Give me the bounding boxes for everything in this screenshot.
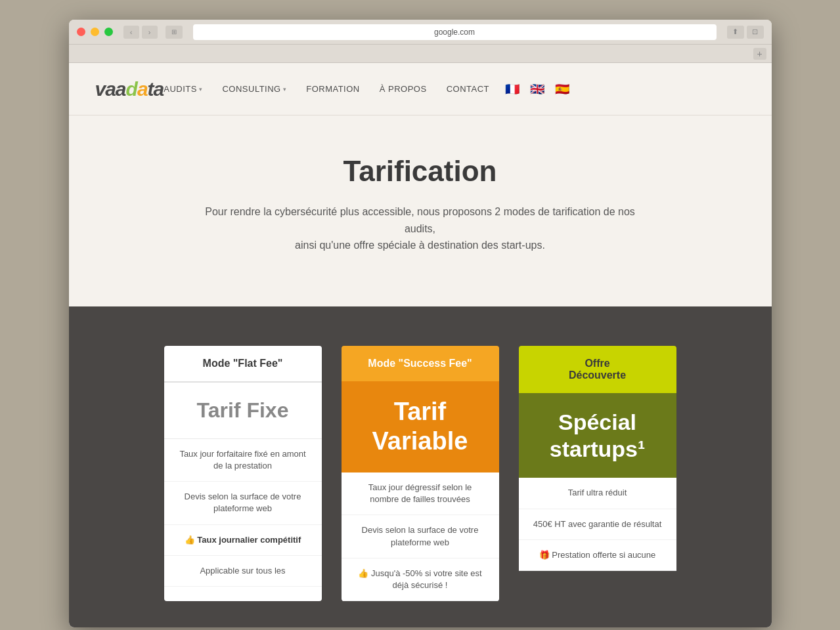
minimize-button[interactable] — [91, 28, 99, 36]
pricing-section: Mode "Flat Fee" Tarif Fixe Taux jour for… — [69, 306, 772, 627]
logo-text: vaadata — [95, 78, 164, 100]
site-logo[interactable]: vaadata — [95, 78, 164, 100]
decouverte-body: Spécial startups¹ — [519, 393, 676, 478]
page-title: Tarification — [95, 155, 745, 188]
address-bar[interactable]: google.com — [193, 24, 717, 40]
flat-fee-feature-3: 👍 Taux journalier compétitif — [164, 525, 322, 556]
success-fee-title: Tarif Variable — [355, 397, 486, 457]
nav-item-contact[interactable]: CONTACT — [447, 84, 489, 94]
decouverte-features: Tarif ultra réduit 450€ HT avec garantie… — [519, 478, 676, 571]
tab-bar: + — [69, 45, 772, 63]
flat-fee-features: Taux jour forfaitaire fixé en amont de l… — [164, 439, 322, 587]
success-fee-feature-3: 👍 Jusqu'à -50% si votre site est déjà sé… — [342, 558, 499, 601]
share-button[interactable]: ⬆ — [727, 26, 744, 39]
fullscreen-button[interactable]: ⊡ — [747, 26, 764, 39]
flag-spanish[interactable]: 🇪🇸 — [552, 79, 572, 99]
main-navigation: vaadata AUDITS ▾ CONSULTING ▾ — [69, 63, 772, 116]
tab-overview-button[interactable]: ⊞ — [166, 26, 183, 39]
browser-window: ‹ › ⊞ google.com ⬆ ⊡ + vaadata — [69, 20, 772, 627]
browser-action-buttons: ⬆ ⊡ — [727, 26, 764, 39]
nav-link-contact[interactable]: CONTACT — [447, 84, 489, 94]
flat-fee-feature-4: Applicable sur tous les — [164, 556, 322, 587]
decouverte-title: Spécial startups¹ — [532, 409, 663, 463]
decouverte-feature-3: 🎁 Prestation offerte si aucune — [519, 540, 676, 571]
nav-item-formation[interactable]: FORMATION — [306, 84, 360, 94]
browser-titlebar: ‹ › ⊞ google.com ⬆ ⊡ — [69, 20, 772, 45]
hero-section: Tarification Pour rendre la cybersécurit… — [69, 116, 772, 306]
dropdown-arrow-audits: ▾ — [199, 86, 203, 93]
website-content: vaadata AUDITS ▾ CONSULTING ▾ — [69, 63, 772, 627]
nav-link-consulting[interactable]: CONSULTING ▾ — [222, 84, 286, 94]
flat-fee-title: Tarif Fixe — [164, 383, 322, 439]
dropdown-arrow-consulting: ▾ — [283, 86, 287, 93]
nav-link-audits[interactable]: AUDITS ▾ — [164, 84, 202, 94]
pricing-card-flat-fee: Mode "Flat Fee" Tarif Fixe Taux jour for… — [164, 346, 322, 601]
success-fee-header: Mode "Success Fee" — [342, 346, 499, 381]
success-fee-body: Tarif Variable — [342, 381, 499, 472]
success-fee-feature-1: Taux jour dégressif selon le nombre de f… — [342, 472, 499, 515]
flat-fee-header: Mode "Flat Fee" — [164, 346, 322, 383]
nav-item-audits[interactable]: AUDITS ▾ — [164, 84, 202, 94]
nav-link-formation[interactable]: FORMATION — [306, 84, 360, 94]
success-fee-feature-2: Devis selon la surface de votre platefor… — [342, 515, 499, 558]
maximize-button[interactable] — [104, 28, 113, 36]
nav-item-apropos[interactable]: À PROPOS — [380, 84, 427, 94]
back-button[interactable]: ‹ — [123, 26, 139, 39]
pricing-card-decouverte: Offre Découverte Spécial startups¹ Tarif… — [519, 346, 676, 601]
flag-french[interactable]: 🇫🇷 — [502, 79, 522, 99]
decouverte-feature-1: Tarif ultra réduit — [519, 478, 676, 509]
decouverte-header: Offre Découverte — [519, 346, 676, 393]
close-button[interactable] — [77, 28, 85, 36]
flag-english[interactable]: 🇬🇧 — [527, 79, 547, 99]
nav-link-apropos[interactable]: À PROPOS — [380, 84, 427, 94]
flat-fee-feature-1: Taux jour forfaitaire fixé en amont de l… — [164, 439, 322, 482]
nav-buttons: ‹ › — [123, 26, 158, 39]
hero-subtitle: Pour rendre la cybersécurité plus access… — [190, 203, 650, 254]
new-tab-button[interactable]: + — [753, 48, 766, 60]
decouverte-feature-2: 450€ HT avec garantie de résultat — [519, 509, 676, 540]
nav-item-consulting[interactable]: CONSULTING ▾ — [222, 84, 286, 94]
pricing-card-success-fee: Mode "Success Fee" Tarif Variable Taux j… — [342, 346, 499, 601]
forward-button[interactable]: › — [142, 26, 158, 39]
flat-fee-feature-2: Devis selon la surface de votre platefor… — [164, 482, 322, 524]
nav-links-list: AUDITS ▾ CONSULTING ▾ FORMATION — [164, 84, 489, 94]
success-fee-features: Taux jour dégressif selon le nombre de f… — [342, 472, 499, 601]
url-text: google.com — [434, 28, 475, 37]
language-flags: 🇫🇷 🇬🇧 🇪🇸 — [502, 79, 572, 99]
